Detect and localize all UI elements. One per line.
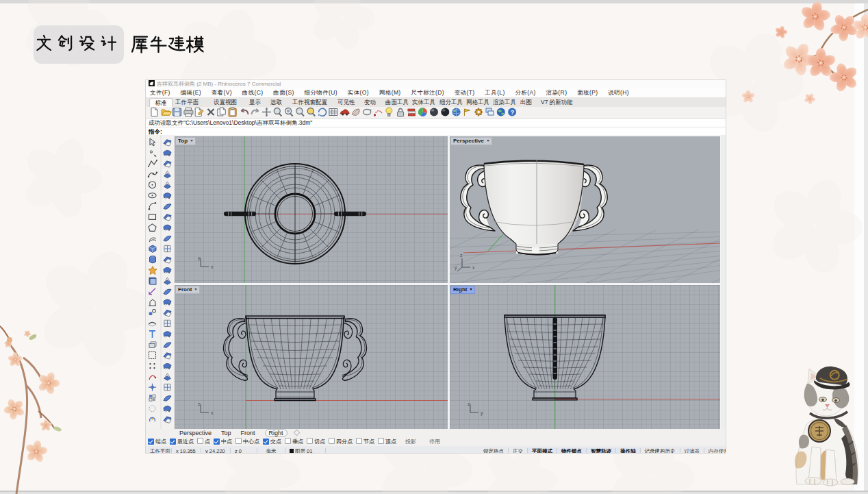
- svg-text:?: ?: [511, 109, 515, 116]
- svg-text:z: z: [198, 402, 201, 406]
- svg-text:y: y: [455, 265, 457, 271]
- svg-text:x: x: [211, 410, 214, 415]
- svg-text:y: y: [481, 410, 483, 416]
- svg-text:x: x: [472, 265, 475, 270]
- svg-text:z: z: [460, 253, 463, 258]
- svg-text:z: z: [468, 402, 470, 406]
- svg-text:y: y: [198, 256, 201, 261]
- svg-text:x: x: [211, 264, 214, 269]
